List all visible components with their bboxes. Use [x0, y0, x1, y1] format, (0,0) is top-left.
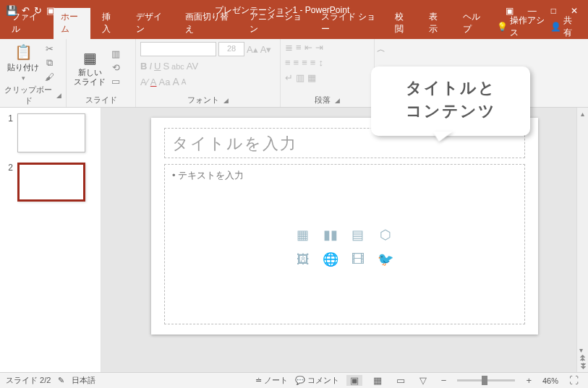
- align-left-icon[interactable]: ≡: [285, 57, 291, 68]
- slide-edit-area[interactable]: タイトルを入力 • テキストを入力 ▦ ▮▮ ▤ ⬡ 🖼 🌐 🎞 🐦 ▴ ▾: [101, 108, 588, 372]
- increase-font-icon[interactable]: A▴: [247, 44, 258, 55]
- tab-view[interactable]: 表示: [422, 8, 451, 39]
- format-painter-icon[interactable]: 🖌: [45, 72, 54, 82]
- font-size-combo[interactable]: 28: [218, 42, 244, 56]
- zoom-level[interactable]: 46%: [542, 376, 558, 385]
- share-button[interactable]: 👤共有: [550, 14, 576, 39]
- prev-slide-icon[interactable]: ⯭: [579, 354, 587, 362]
- tab-help[interactable]: ヘルプ: [456, 8, 493, 39]
- group-paragraph: ≣ ≡ ⇤ ⇥ ≡ ≡ ≡ ≡ ↕ ↵ ▥ ▦ 段落◢: [281, 39, 375, 107]
- insert-icon-icon[interactable]: 🐦: [375, 251, 396, 268]
- shrink-font-icon[interactable]: A: [182, 78, 187, 86]
- section-icon[interactable]: ▭: [111, 76, 120, 87]
- scroll-up-icon[interactable]: ▴: [581, 110, 584, 118]
- callout-line1: タイトルと: [384, 77, 517, 100]
- columns-icon[interactable]: ▥: [296, 72, 304, 83]
- bullets-icon[interactable]: ≣: [285, 42, 293, 53]
- increase-indent-icon[interactable]: ⇥: [315, 42, 323, 53]
- zoom-slider[interactable]: [457, 379, 515, 381]
- justify-icon[interactable]: ≡: [310, 57, 316, 68]
- decrease-font-icon[interactable]: A▾: [260, 44, 272, 55]
- insert-table-icon[interactable]: ▦: [293, 226, 313, 243]
- ribbon-tabs: ファイル ホーム 挿入 デザイン 画面切り替え アニメーション スライド ショー…: [0, 21, 588, 39]
- change-case-icon[interactable]: Aa: [159, 77, 171, 87]
- clipboard-dialog-launcher-icon[interactable]: ◢: [56, 92, 61, 99]
- tab-transitions[interactable]: 画面切り替え: [178, 8, 238, 39]
- language-indicator[interactable]: 日本語: [72, 375, 95, 386]
- text-direction-icon[interactable]: ↵: [285, 72, 293, 83]
- status-bar: スライド 2/2 ✎ 日本語 ≐ ノート 💬 コメント ▣ ▦ ▭ ▽ − + …: [0, 372, 588, 388]
- reading-view-icon[interactable]: ▭: [393, 375, 409, 386]
- grow-font-icon[interactable]: A: [172, 76, 179, 87]
- lightbulb-icon: 💡: [497, 22, 508, 32]
- zoom-out-icon[interactable]: −: [438, 375, 451, 386]
- layout-icon[interactable]: ▥: [111, 48, 120, 59]
- underline-icon[interactable]: U: [154, 61, 161, 72]
- group-slides-label: スライド: [85, 95, 117, 105]
- convert-smartart-icon[interactable]: ▦: [307, 72, 316, 83]
- zoom-in-icon[interactable]: +: [522, 375, 535, 386]
- insert-picture-icon[interactable]: 🖼: [293, 251, 313, 268]
- tab-insert[interactable]: 挿入: [95, 8, 124, 39]
- fit-to-window-icon[interactable]: ⛶: [566, 375, 582, 386]
- align-center-icon[interactable]: ≡: [294, 57, 299, 68]
- spellcheck-icon[interactable]: ✎: [58, 376, 64, 385]
- thumb-slide-2[interactable]: [17, 163, 85, 202]
- decrease-indent-icon[interactable]: ⇤: [304, 42, 312, 53]
- group-font: 28 A▴ A▾ B I U S abc AV A⁄ A Aa A A フォント…: [136, 39, 281, 107]
- reset-icon[interactable]: ⟲: [112, 62, 120, 73]
- strike-icon[interactable]: S: [163, 61, 169, 72]
- shadow-icon[interactable]: abc: [171, 62, 184, 71]
- font-color-icon[interactable]: A: [150, 77, 157, 87]
- font-dialog-launcher-icon[interactable]: ◢: [223, 97, 229, 104]
- callout-line2: コンテンツ: [384, 100, 517, 123]
- align-right-icon[interactable]: ≡: [302, 57, 307, 68]
- body-placeholder-text: • テキストを入力: [172, 170, 244, 181]
- tab-review[interactable]: 校閲: [388, 8, 417, 39]
- comments-button[interactable]: 💬 コメント: [295, 375, 339, 386]
- thumbnail-2[interactable]: 2: [4, 163, 96, 202]
- line-spacing-icon[interactable]: ↕: [318, 57, 323, 68]
- paragraph-dialog-launcher-icon[interactable]: ◢: [335, 97, 340, 104]
- insert-smartart-icon[interactable]: ▤: [348, 226, 368, 243]
- thumbnail-1[interactable]: 1: [4, 113, 96, 152]
- notes-button[interactable]: ≐ ノート: [255, 375, 288, 386]
- character-spacing-icon[interactable]: AV: [187, 61, 198, 72]
- normal-view-icon[interactable]: ▣: [346, 375, 362, 386]
- slide-thumbnail-pane[interactable]: 1 2: [0, 108, 101, 372]
- next-slide-icon[interactable]: ⯯: [579, 362, 587, 370]
- new-slide-button[interactable]: ▦ 新しい スライド: [71, 48, 108, 87]
- group-clipboard: 📋 貼り付け ▾ ✂ ⧉ 🖌 クリップボード◢: [0, 39, 67, 107]
- slide-counter[interactable]: スライド 2/2: [6, 375, 51, 386]
- group-slides: ▦ 新しい スライド ▥ ⟲ ▭ スライド: [67, 39, 136, 107]
- content-placeholder[interactable]: • テキストを入力 ▦ ▮▮ ▤ ⬡ 🖼 🌐 🎞 🐦: [164, 164, 525, 324]
- thumb-slide-1[interactable]: [17, 113, 85, 152]
- vertical-scrollbar[interactable]: ▴ ▾ ⯭ ⯯: [576, 108, 588, 372]
- insert-video-icon[interactable]: 🎞: [348, 251, 368, 268]
- tab-animations[interactable]: アニメーション: [242, 8, 310, 39]
- font-name-combo[interactable]: [140, 42, 216, 56]
- share-icon: 👤: [550, 22, 561, 32]
- tab-file[interactable]: ファイル: [4, 8, 49, 39]
- insert-3d-icon[interactable]: ⬡: [375, 226, 396, 243]
- scroll-down-icon[interactable]: ▾: [579, 346, 587, 354]
- insert-chart-icon[interactable]: ▮▮: [320, 226, 341, 243]
- work-area: 1 2 タイトルを入力 • テキストを入力 ▦ ▮▮ ▤ ⬡ 🖼 🌐 🎞 🐦: [0, 108, 588, 372]
- clear-format-icon[interactable]: A⁄: [140, 77, 148, 87]
- bold-icon[interactable]: B: [140, 61, 147, 72]
- sorter-view-icon[interactable]: ▦: [370, 375, 385, 386]
- group-paragraph-label: 段落: [315, 95, 331, 105]
- tab-home[interactable]: ホーム: [54, 8, 90, 39]
- numbering-icon[interactable]: ≡: [296, 42, 302, 53]
- cut-icon[interactable]: ✂: [46, 43, 54, 54]
- callout-bubble: タイトルと コンテンツ: [371, 66, 530, 136]
- paste-button[interactable]: 📋 貼り付け ▾: [4, 42, 42, 83]
- italic-icon[interactable]: I: [149, 61, 152, 72]
- slide-canvas[interactable]: タイトルを入力 • テキストを入力 ▦ ▮▮ ▤ ⬡ 🖼 🌐 🎞 🐦: [151, 118, 538, 335]
- tell-me[interactable]: 💡操作アシス: [497, 14, 545, 39]
- copy-icon[interactable]: ⧉: [46, 57, 53, 69]
- tab-slideshow[interactable]: スライド ショー: [314, 8, 383, 39]
- tab-design[interactable]: デザイン: [129, 8, 174, 39]
- slideshow-view-icon[interactable]: ▽: [416, 375, 430, 386]
- insert-online-picture-icon[interactable]: 🌐: [320, 251, 341, 268]
